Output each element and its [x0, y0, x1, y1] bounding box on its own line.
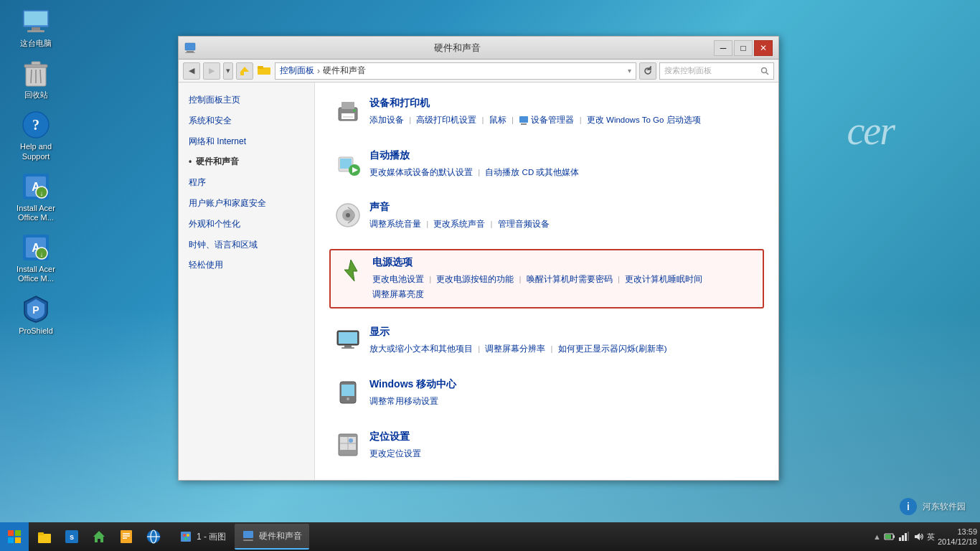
- svg-rect-89: [899, 537, 901, 541]
- autoplay-title[interactable]: 自动播放: [369, 149, 760, 162]
- file-explorer-taskbar-button[interactable]: [32, 524, 57, 550]
- svg-rect-24: [187, 51, 194, 52]
- adjust-volume-link[interactable]: 调整系统音量: [369, 220, 421, 228]
- svg-point-51: [347, 397, 349, 400]
- desktop-icon-install-acer1[interactable]: A ↓ Install Acer Office M...: [7, 172, 65, 222]
- desktop-icon-recycle-bin[interactable]: 回收站: [7, 59, 65, 100]
- screen-resolution-link[interactable]: 调整屏幕分辨率: [485, 344, 545, 353]
- sidebar-item-clock-region[interactable]: 时钟、语言和区域: [179, 235, 314, 255]
- store-taskbar-button[interactable]: s: [59, 524, 85, 550]
- device-manager-link[interactable]: 设备管理器: [531, 116, 574, 124]
- up-button[interactable]: [236, 62, 253, 80]
- desktop-icon-proshield-label: ProShield: [19, 326, 53, 336]
- path-dropdown-arrow[interactable]: ▾: [628, 67, 631, 75]
- install-acer2-icon: A ↓: [22, 233, 50, 262]
- power-options-title[interactable]: 电源选项: [372, 256, 757, 269]
- wake-password-link[interactable]: 唤醒计算机时需要密码: [527, 275, 613, 283]
- svg-rect-90: [902, 535, 904, 541]
- refresh-button[interactable]: [639, 62, 656, 80]
- mobility-title[interactable]: Windows 移动中心: [369, 378, 760, 391]
- path-control-panel[interactable]: 控制面板: [280, 65, 314, 77]
- mouse-link[interactable]: 鼠标: [489, 116, 507, 124]
- svg-line-30: [766, 72, 768, 75]
- svg-rect-84: [243, 531, 253, 538]
- svg-point-81: [183, 534, 186, 537]
- recycle-bin-icon: [22, 59, 50, 88]
- sleep-time-link[interactable]: 更改计算机睡眠时间: [625, 275, 702, 283]
- windows-togo-link[interactable]: 更改 Windows To Go 启动选项: [587, 116, 701, 124]
- svg-point-44: [346, 213, 350, 217]
- back-button[interactable]: ◀: [183, 62, 200, 80]
- add-device-link[interactable]: 添加设备: [369, 116, 404, 124]
- control-panel-taskbar-app[interactable]: 硬件和声音: [235, 524, 309, 550]
- notes-taskbar-button[interactable]: [113, 524, 139, 550]
- address-path[interactable]: 控制面板 › 硬件和声音 ▾: [275, 62, 636, 80]
- media-default-link[interactable]: 更改媒体或设备的默认设置: [369, 168, 473, 176]
- desktop-icon-help-support[interactable]: ? Help andSupport: [7, 110, 65, 161]
- sidebar-item-ease-access[interactable]: 轻松使用: [179, 255, 314, 276]
- power-button-link[interactable]: 更改电源按钮的功能: [436, 275, 514, 283]
- desktop-icon-install-acer2-label: Install Acer Office M...: [7, 265, 65, 283]
- location-title[interactable]: 定位设置: [369, 430, 760, 443]
- printer-icon: [334, 97, 362, 126]
- sidebar-item-hardware-sound[interactable]: 硬件和声音: [179, 151, 314, 172]
- change-sound-link[interactable]: 更改系统声音: [433, 220, 485, 228]
- svg-line-9: [40, 70, 41, 83]
- manage-audio-link[interactable]: 管理音频设备: [498, 220, 550, 228]
- devices-printers-title[interactable]: 设备和打印机: [369, 97, 760, 110]
- svg-rect-70: [38, 532, 44, 535]
- maximize-button[interactable]: □: [734, 40, 753, 56]
- sidebar-item-user-accounts[interactable]: 用户账户和家庭安全: [179, 193, 314, 214]
- category-power-options: 电源选项 更改电池设置 | 更改电源按钮的功能 | 唤醒计算机时需要密码 | 更…: [329, 249, 764, 309]
- autoplay-cd-link[interactable]: 自动播放 CD 或其他媒体: [485, 168, 579, 176]
- display-title[interactable]: 显示: [369, 326, 760, 339]
- proshield-icon: P: [22, 295, 50, 324]
- sidebar-item-programs[interactable]: 程序: [179, 172, 314, 193]
- display-flicker-link[interactable]: 如何更正显示器闪烁(刷新率): [558, 344, 667, 353]
- control-panel-app-label: 硬件和声音: [259, 530, 302, 542]
- home-taskbar-button[interactable]: [86, 524, 112, 550]
- mobility-icon: [334, 378, 362, 407]
- control-panel-window: 硬件和声音 ─ □ ✕ ◀ ▶ ▾: [178, 36, 779, 481]
- desktop-icon-this-pc[interactable]: 这台电脑: [7, 7, 65, 48]
- category-devices-printers: 设备和打印机 添加设备 | 高级打印机设置 | 鼠标 |: [329, 93, 764, 132]
- svg-rect-48: [341, 347, 354, 349]
- svg-rect-87: [885, 534, 891, 539]
- printer-settings-link[interactable]: 高级打印机设置: [416, 116, 476, 124]
- language-indicator[interactable]: 英: [927, 532, 935, 542]
- screen-brightness-link[interactable]: 调整屏幕亮度: [372, 290, 424, 298]
- desktop-icon-install-acer1-label: Install Acer Office M...: [7, 204, 65, 222]
- help-icon: ?: [22, 110, 50, 139]
- minimize-button[interactable]: ─: [714, 40, 732, 56]
- sidebar-item-network-internet[interactable]: 网络和 Internet: [179, 131, 314, 152]
- start-button[interactable]: [0, 522, 29, 551]
- sidebar-item-control-panel-home[interactable]: 控制面板主页: [179, 90, 314, 110]
- taskbar-time-date[interactable]: 13:59 2014/12/18: [938, 527, 977, 547]
- change-battery-link[interactable]: 更改电池设置: [372, 275, 424, 283]
- sidebar-item-system-security[interactable]: 系统和安全: [179, 110, 314, 131]
- expand-tray-button[interactable]: ▲: [873, 532, 881, 541]
- desktop-icon-install-acer2[interactable]: A ↓ Install Acer Office M...: [7, 233, 65, 283]
- svg-rect-88: [893, 535, 895, 538]
- change-location-link[interactable]: 更改定位设置: [369, 449, 421, 458]
- svg-marker-93: [915, 533, 920, 540]
- enlarge-text-link[interactable]: 放大或缩小文本和其他项目: [369, 344, 473, 353]
- desktop-icon-proshield[interactable]: P ProShield: [7, 295, 65, 336]
- sidebar-item-appearance[interactable]: 外观和个性化: [179, 214, 314, 235]
- dropdown-button[interactable]: ▾: [223, 62, 233, 80]
- close-button[interactable]: ✕: [754, 40, 773, 56]
- power-options-links: 更改电池设置 | 更改电源按钮的功能 | 唤醒计算机时需要密码 | 更改计算机睡…: [372, 272, 757, 301]
- sound-title[interactable]: 声音: [369, 201, 760, 214]
- svg-rect-47: [344, 345, 352, 347]
- ie-taskbar-button[interactable]: [141, 524, 166, 550]
- forward-button[interactable]: ▶: [203, 62, 220, 80]
- folder-icon: [258, 64, 270, 78]
- device-manager-icon: [519, 116, 529, 126]
- watermark-text: 河东软件园: [923, 501, 966, 513]
- paint-taskbar-app[interactable]: 1 - 画图: [172, 524, 233, 550]
- search-box[interactable]: 搜索控制面板: [659, 62, 774, 80]
- svg-rect-25: [185, 52, 195, 53]
- mobile-settings-link[interactable]: 调整常用移动设置: [369, 397, 438, 405]
- location-content: 定位设置 更改定位设置: [369, 430, 760, 461]
- mobility-content: Windows 移动中心 调整常用移动设置: [369, 378, 760, 409]
